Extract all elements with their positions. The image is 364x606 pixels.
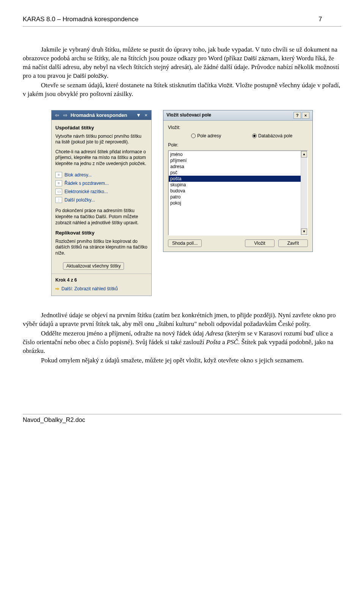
page-footer: Navod_Obalky_R2.doc [23,414,341,424]
help-icon[interactable]: ? [293,112,301,119]
arrange-text-3: Po dokončení práce na adresním štítku kl… [55,208,147,226]
insert-label: Vložit: [168,124,308,131]
paragraph-4: Oddělte mezerou jméno a příjmení, odražt… [23,329,341,356]
match-fields-button[interactable]: Shoda polí... [168,239,202,247]
list-item[interactable]: příjmení [169,157,301,164]
radio-database-fields[interactable]: Databázová pole [252,133,292,139]
forward-icon[interactable]: ⇨ [62,112,68,119]
next-step-link[interactable]: ⇨ Další: Zobrazit náhled štítků [55,285,147,293]
radio-icon [252,134,257,138]
page-number: 7 [318,15,341,24]
field-label: Pole: [168,142,308,148]
insert-merge-field-dialog: Vložit slučovací pole ? × Vložit: Pole a… [163,110,313,252]
page-header: KARAS 8.0 – Hromadná korespondence 7 [23,15,341,27]
link-address-block[interactable]: ≡ Blok adresy... [55,171,147,179]
link-label: Další položky... [64,197,95,203]
section-replicate-heading: Replikovat štítky [55,230,147,236]
radio-label: Databázová pole [258,133,292,139]
step-indicator: Krok 4 z 6 [55,277,147,283]
list-item[interactable]: patro [169,194,301,200]
link-label: Elektronické razítko... [64,189,108,195]
insert-button[interactable]: Vložit [245,239,275,247]
radio-group: Pole adresy Databázová pole [176,133,308,139]
taskpane-title: Hromadná koresponden [71,112,134,119]
list-item[interactable]: skupina [169,182,301,188]
address-block-icon: ≡ [55,172,62,178]
screenshots-row: ⇦ ⇨ Hromadná koresponden ▼ × Uspořádat š… [23,110,341,296]
link-epostage[interactable]: ▭ Elektronické razítko... [55,187,147,196]
scroll-down-icon[interactable]: ▼ [301,228,307,235]
listbox-items: jméno příjmení adresa psč pošta skupina … [169,151,301,235]
arrange-text-2: Chcete-li na adresní štítek přidat infor… [55,149,147,167]
scroll-track[interactable] [301,157,307,228]
close-icon[interactable]: × [143,112,149,119]
list-item[interactable]: jméno [169,151,301,157]
footer-filename: Navod_Obalky_R2.doc [23,417,85,423]
scrollbar[interactable]: ▲ ▼ [301,151,307,235]
radio-address-fields[interactable]: Pole adresy [191,133,221,139]
replicate-text: Rozložení prvního štítku lze kopírovat d… [55,239,147,257]
next-label: Další: Zobrazit náhled štítků [61,286,118,292]
list-item[interactable]: psč [169,170,301,176]
forward-arrow-icon: ⇨ [55,286,59,292]
arrange-text-1: Vytvořte návrh štítku pomocí prvního ští… [55,134,147,145]
radio-icon [191,134,196,138]
dialog-titlebar: Vložit slučovací pole ? × [163,110,312,121]
paragraph-2: Otevře se seznam údajů, které dostanete … [23,81,341,99]
fields-listbox[interactable]: jméno příjmení adresa psč pošta skupina … [168,150,308,236]
greeting-icon: ≡ [55,180,62,186]
list-item[interactable]: budova [169,188,301,194]
back-icon[interactable]: ⇦ [54,112,60,119]
section-arrange-heading: Uspořádat štítky [55,124,147,131]
paragraph-1: Jakmile je vybraný druh štítku, můžete s… [23,46,341,80]
dialog-title: Vložit slučovací pole [166,112,293,118]
dropdown-icon[interactable]: ▼ [136,112,141,119]
paragraph-5: Pokud omylem nějaký z údajů smažete, můž… [23,356,341,365]
link-label: Blok adresy... [64,172,92,178]
list-item[interactable]: adresa [169,164,301,170]
dialog-buttons: Shoda polí... Vložit Zavřít [168,236,308,248]
link-greeting-line[interactable]: ≡ Řádek s pozdravem... [55,179,147,187]
update-all-labels-button[interactable]: Aktualizovat všechny štítky [63,262,124,270]
radio-label: Pole adresy [197,133,221,139]
list-item[interactable]: pokoj [169,200,301,206]
link-label: Řádek s pozdravem... [64,180,109,186]
link-more-items[interactable]: ⋮ Další položky... [55,196,147,204]
close-icon[interactable]: × [302,112,309,119]
list-item-selected[interactable]: pošta [169,176,301,182]
close-button[interactable]: Zavřít [278,239,308,247]
paragraph-3: Jednotlivé údaje se objeví na prvním ští… [23,311,341,329]
postage-icon: ▭ [55,189,62,195]
dialog-body: Vložit: Pole adresy Databázová pole Pole… [163,121,312,252]
taskpane-titlebar: ⇦ ⇨ Hromadná koresponden ▼ × [52,110,151,120]
more-items-icon: ⋮ [55,197,62,203]
taskpane-body: Uspořádat štítky Vytvořte návrh štítku p… [52,120,151,274]
taskpane-mailmerge: ⇦ ⇨ Hromadná koresponden ▼ × Uspořádat š… [51,110,152,296]
scroll-up-icon[interactable]: ▲ [301,151,307,157]
taskpane-footer: Krok 4 z 6 ⇨ Další: Zobrazit náhled štít… [52,274,151,295]
doc-title: KARAS 8.0 – Hromadná korespondence [23,15,318,24]
